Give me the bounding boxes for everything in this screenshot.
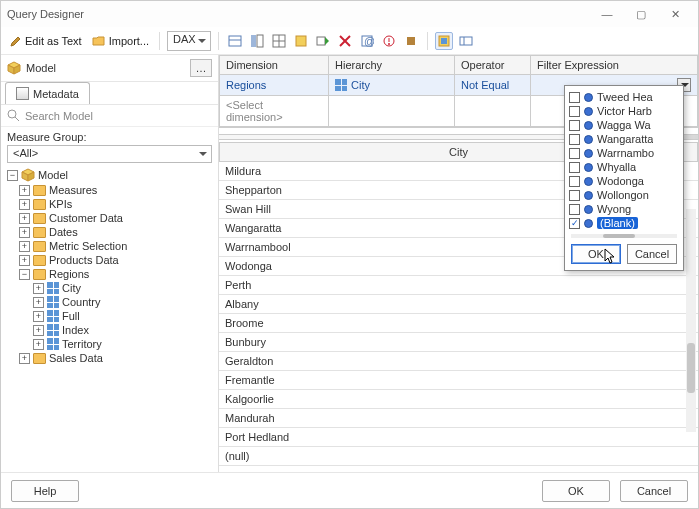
expand-icon[interactable]: + (19, 255, 30, 266)
ok-label: OK (568, 485, 584, 497)
result-row[interactable]: Geraldton (219, 352, 698, 371)
tree-node-regions[interactable]: Regions (49, 268, 89, 280)
execute-icon[interactable] (380, 32, 398, 50)
tree-node-model[interactable]: Model (38, 169, 68, 181)
popup-ok-button[interactable]: OK (571, 244, 621, 264)
metadata-tree[interactable]: −Model +Measures +KPIs +Customer Data +D… (1, 167, 218, 472)
close-button[interactable]: ✕ (658, 4, 692, 24)
delete-icon[interactable] (336, 32, 354, 50)
search-model[interactable]: Search Model (1, 105, 218, 127)
result-row[interactable]: Albany (219, 295, 698, 314)
result-row[interactable]: Bunbury (219, 333, 698, 352)
tree-node-city[interactable]: City (62, 282, 81, 294)
language-select[interactable]: DAX (167, 31, 211, 51)
result-row[interactable]: Kalgoorlie (219, 390, 698, 409)
popup-cancel-button[interactable]: Cancel (627, 244, 677, 264)
checkbox[interactable] (569, 134, 580, 145)
import-button[interactable]: Import... (89, 33, 152, 49)
show-empty-icon[interactable] (292, 32, 310, 50)
popup-item-label: (Blank) (597, 217, 638, 229)
cancel-button[interactable]: Cancel (620, 480, 688, 502)
popup-item[interactable]: (Blank) (567, 216, 681, 230)
checkbox[interactable] (569, 120, 580, 131)
popup-item[interactable]: Whyalla (567, 160, 681, 174)
tree-node-products-data[interactable]: Products Data (49, 254, 119, 266)
tree-node-measures[interactable]: Measures (49, 184, 97, 196)
checkbox[interactable] (569, 148, 580, 159)
expand-icon[interactable]: + (19, 199, 30, 210)
tree-node-full[interactable]: Full (62, 310, 80, 322)
expand-icon[interactable]: + (19, 227, 30, 238)
expand-icon[interactable]: + (19, 353, 30, 364)
expand-icon[interactable]: + (19, 241, 30, 252)
result-row[interactable]: Mandurah (219, 409, 698, 428)
collapse-icon[interactable]: − (7, 170, 18, 181)
checkbox[interactable] (569, 218, 580, 229)
folder-icon (33, 199, 46, 210)
tree-node-customer-data[interactable]: Customer Data (49, 212, 123, 224)
popup-item[interactable]: Wyong (567, 202, 681, 216)
expand-icon[interactable]: + (33, 325, 44, 336)
help-button[interactable]: Help (11, 480, 79, 502)
popup-item[interactable]: Wagga Wa (567, 118, 681, 132)
result-row[interactable]: Broome (219, 314, 698, 333)
checkbox[interactable] (569, 190, 580, 201)
popup-item[interactable]: Victor Harb (567, 104, 681, 118)
ok-button[interactable]: OK (542, 480, 610, 502)
popup-item[interactable]: Wollongon (567, 188, 681, 202)
auto-exec-icon[interactable] (314, 32, 332, 50)
checkbox[interactable] (569, 92, 580, 103)
popup-item[interactable]: Warrnambo (567, 146, 681, 160)
expand-icon[interactable]: + (19, 185, 30, 196)
tree-node-kpis[interactable]: KPIs (49, 198, 72, 210)
parameters-icon[interactable] (457, 32, 475, 50)
popup-horizontal-scrollbar[interactable] (571, 234, 677, 238)
popup-item-label: Wangaratta (597, 133, 653, 145)
search-placeholder: Search Model (25, 110, 93, 122)
edit-as-text-button[interactable]: Edit as Text (7, 33, 85, 49)
model-browse-button[interactable]: … (190, 59, 212, 77)
minimize-button[interactable]: — (590, 4, 624, 24)
tree-node-dates[interactable]: Dates (49, 226, 78, 238)
refresh-fields-icon[interactable] (226, 32, 244, 50)
cancel-exec-icon[interactable] (402, 32, 420, 50)
checkbox[interactable] (569, 176, 580, 187)
result-row[interactable]: Perth (219, 276, 698, 295)
tab-metadata[interactable]: Metadata (5, 82, 90, 104)
svg-rect-19 (460, 37, 472, 45)
maximize-button[interactable]: ▢ (624, 4, 658, 24)
popup-item-label: Victor Harb (597, 105, 652, 117)
result-row[interactable]: (null) (219, 447, 698, 466)
popup-item[interactable]: Tweed Hea (567, 90, 681, 104)
query-icon[interactable]: @ (358, 32, 376, 50)
toggle-pane-icon[interactable] (248, 32, 266, 50)
measure-group-select[interactable]: <All> (7, 145, 212, 163)
expand-icon[interactable]: + (33, 339, 44, 350)
tree-node-sales-data[interactable]: Sales Data (49, 352, 103, 364)
checkbox[interactable] (569, 162, 580, 173)
member-icon (584, 219, 593, 228)
grid-icon[interactable] (270, 32, 288, 50)
result-row[interactable]: Port Hedland (219, 428, 698, 447)
folder-icon (33, 269, 46, 280)
expand-icon[interactable]: + (33, 311, 44, 322)
tree-node-country[interactable]: Country (62, 296, 101, 308)
checkbox[interactable] (569, 204, 580, 215)
filter-operator-value: Not Equal (461, 79, 509, 91)
vertical-scrollbar[interactable] (686, 209, 696, 432)
expand-icon[interactable]: + (33, 283, 44, 294)
design-mode-icon[interactable] (435, 32, 453, 50)
result-row[interactable]: Fremantle (219, 371, 698, 390)
collapse-icon[interactable]: − (19, 269, 30, 280)
popup-list[interactable]: Tweed HeaVictor HarbWagga WaWangarattaWa… (567, 90, 681, 230)
checkbox[interactable] (569, 106, 580, 117)
col-dimension: Dimension (219, 55, 329, 75)
tree-node-index[interactable]: Index (62, 324, 89, 336)
folder-icon (33, 241, 46, 252)
popup-item[interactable]: Wangaratta (567, 132, 681, 146)
tree-node-metric-selection[interactable]: Metric Selection (49, 240, 127, 252)
tree-node-territory[interactable]: Territory (62, 338, 102, 350)
popup-item[interactable]: Wodonga (567, 174, 681, 188)
expand-icon[interactable]: + (19, 213, 30, 224)
expand-icon[interactable]: + (33, 297, 44, 308)
